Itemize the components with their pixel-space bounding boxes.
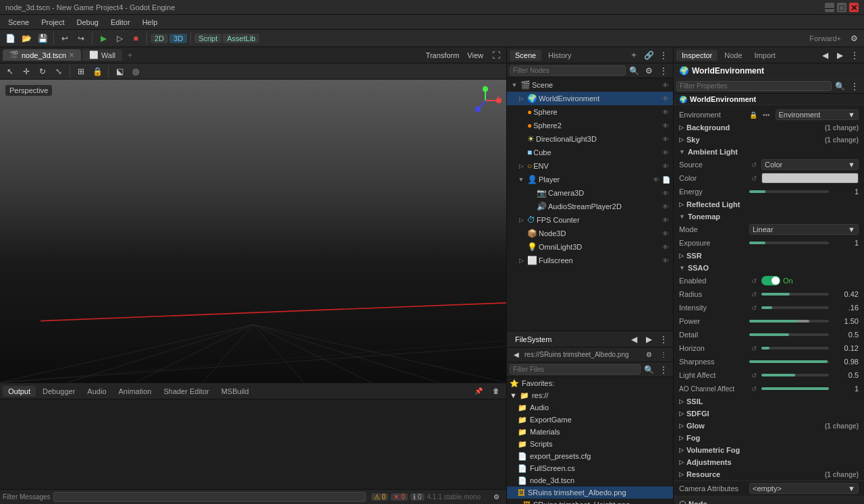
intensity-reset[interactable]: ↺ xyxy=(749,304,759,312)
section-vol-fog[interactable]: ▷ Volumetric Fog xyxy=(674,444,864,456)
tab-audio[interactable]: Audio xyxy=(82,386,111,397)
fs-item-audio[interactable]: 📁 Audio xyxy=(507,401,673,414)
fs-item-materials[interactable]: 📁 Materials xyxy=(507,426,673,438)
scene-filter-input[interactable] xyxy=(510,65,626,76)
color-value[interactable] xyxy=(761,173,859,184)
output-pin[interactable]: 📌 xyxy=(471,384,486,399)
tree-item-sphere2[interactable]: ● Sphere2 👁 xyxy=(507,119,673,132)
toolbar-stop[interactable]: ■ xyxy=(128,31,143,46)
toolbar-undo[interactable]: ↩ xyxy=(57,31,72,46)
inspector-filter-btn[interactable]: 🔍 xyxy=(833,80,846,93)
fs-item-scripts[interactable]: 📁 Scripts xyxy=(507,438,673,450)
menu-editor[interactable]: Editor xyxy=(105,17,136,28)
fs-filter-input[interactable] xyxy=(510,364,641,374)
viewport-toolbar-view[interactable]: View xyxy=(464,48,486,63)
section-resource[interactable]: ▷ Resource (1 change) xyxy=(674,468,864,480)
color-reset[interactable]: ↺ xyxy=(749,175,759,182)
tree-item-node3d[interactable]: 📦 Node3D 👁 xyxy=(507,227,673,240)
fs-item-export-presets[interactable]: 📄 export_presets.cfg xyxy=(507,450,673,462)
tree-item-player[interactable]: ▼ 👤 Player 👁 📄 xyxy=(507,173,673,186)
tab-node[interactable]: Node xyxy=(719,50,747,61)
scene-add-child[interactable]: 🔗 xyxy=(642,49,655,62)
sharpness-slider[interactable] xyxy=(749,360,829,363)
section-sdfgi[interactable]: ▷ SDFGI xyxy=(674,408,864,420)
inspector-filter-input[interactable] xyxy=(676,81,832,91)
intensity-slider[interactable] xyxy=(761,306,829,309)
tree-item-fullscreen[interactable]: ▷ ⬜ Fullscreen 👁 xyxy=(507,254,673,267)
radius-reset[interactable]: ↺ xyxy=(749,291,759,298)
tree-item-fps[interactable]: ▷ ⏱ FPS Counter 👁 xyxy=(507,213,673,227)
filter-messages-input[interactable] xyxy=(53,492,366,502)
toolbar-run-scene[interactable]: ▷ xyxy=(112,31,127,46)
viewport-move[interactable]: ✛ xyxy=(19,64,34,79)
scene-add-node[interactable]: ＋ xyxy=(627,49,641,62)
inspector-more[interactable]: ⋮ xyxy=(848,49,861,62)
fs-path-more[interactable]: ⚙ xyxy=(642,348,655,362)
viewport-scale[interactable]: ⤡ xyxy=(51,64,66,79)
scene-filter-extra[interactable]: ⚙ xyxy=(642,64,655,78)
menu-help[interactable]: Help xyxy=(137,17,163,28)
section-ssr[interactable]: ▷ SSR xyxy=(674,250,864,262)
tree-item-camera[interactable]: 📷 Camera3D 👁 xyxy=(507,186,673,200)
tab-animation[interactable]: Animation xyxy=(113,386,157,397)
viewport-rotate[interactable]: ↻ xyxy=(35,64,50,79)
menu-scene[interactable]: Scene xyxy=(3,17,34,28)
energy-slider[interactable] xyxy=(749,190,829,193)
inspector-back[interactable]: ◀ xyxy=(818,49,832,62)
tab-shader-editor[interactable]: Shader Editor xyxy=(158,386,214,397)
fs-item-res[interactable]: ▼ 📁 res:// xyxy=(507,389,673,401)
fs-item-export[interactable]: 📁 ExportGame xyxy=(507,414,673,426)
tab-msbuild[interactable]: MSBuild xyxy=(216,386,254,397)
inspector-filter-extra[interactable]: ⋮ xyxy=(848,80,861,93)
tree-item-omni[interactable]: 💡 OmniLight3D 👁 xyxy=(507,240,673,254)
fs-item-fullscreen-cs[interactable]: 📄 FullScreen.cs xyxy=(507,462,673,474)
close-button[interactable]: ✕ xyxy=(849,3,859,12)
camera-attrs-value[interactable]: <empty> ▼ xyxy=(749,483,859,494)
enabled-reset[interactable]: ↺ xyxy=(749,277,759,285)
tree-item-env[interactable]: ▷ ○ ENV 👁 xyxy=(507,159,673,173)
fs-item-albedo[interactable]: 🖼 SRuins trimsheet_Albedo.png xyxy=(507,486,673,499)
tree-item-scene[interactable]: ▼ 🎬 Scene 👁 xyxy=(507,78,673,92)
tree-item-audio[interactable]: 🔊 AudioStreamPlayer2D 👁 xyxy=(507,200,673,213)
tree-item-dirlight[interactable]: ☀ DirectionalLight3D 👁 xyxy=(507,132,673,146)
fs-filter-more[interactable]: ⋮ xyxy=(657,363,670,376)
tab-history[interactable]: History xyxy=(543,50,576,61)
detail-slider[interactable] xyxy=(749,333,829,336)
tab-import[interactable]: Import xyxy=(749,50,781,61)
menu-project[interactable]: Project xyxy=(36,17,70,28)
exposure-slider[interactable] xyxy=(749,242,829,244)
tab-add[interactable]: ＋ xyxy=(124,50,136,60)
inspector-forward[interactable]: ▶ xyxy=(833,49,846,62)
section-reflected[interactable]: ▷ Reflected Light xyxy=(674,198,864,211)
scene-filter-btn[interactable]: 🔍 xyxy=(627,64,641,78)
light-affect-slider[interactable] xyxy=(761,374,829,376)
source-reset[interactable]: ↺ xyxy=(749,161,759,169)
toolbar-open[interactable]: 📂 xyxy=(19,31,34,46)
section-background[interactable]: ▷ Background (1 change) xyxy=(674,121,864,134)
section-fog[interactable]: ▷ Fog xyxy=(674,432,864,444)
toolbar-2d[interactable]: 2D xyxy=(151,34,168,43)
scene-filter-more[interactable]: ⋮ xyxy=(657,64,670,78)
toolbar-run[interactable]: ▶ xyxy=(96,31,111,46)
fs-filter-btn[interactable]: 🔍 xyxy=(642,363,655,376)
viewport-lock[interactable]: 🔒 xyxy=(90,64,105,79)
tree-item-cube[interactable]: ■ Cube 👁 xyxy=(507,146,673,159)
light-affect-reset[interactable]: ↺ xyxy=(749,372,759,379)
tab-inspector[interactable]: Inspector xyxy=(676,50,718,61)
viewport-perspective-label[interactable]: Perspective xyxy=(5,85,52,96)
tab-node3d-close[interactable]: ✕ xyxy=(69,51,74,59)
toolbar-3d[interactable]: 3D xyxy=(169,34,187,43)
fs-back[interactable]: ◀ xyxy=(627,333,641,346)
viewport-local[interactable]: ⬕ xyxy=(112,64,127,79)
maximize-button[interactable]: □ xyxy=(837,3,846,12)
tree-item-sphere[interactable]: ● Sphere 👁 xyxy=(507,105,673,119)
tab-wall[interactable]: ⬜ Wall xyxy=(82,49,122,61)
mode-value[interactable]: Linear ▼ xyxy=(749,224,859,235)
viewport-snap[interactable]: ⊞ xyxy=(74,64,88,79)
tab-output[interactable]: Output xyxy=(3,386,36,397)
menu-debug[interactable]: Debug xyxy=(71,17,103,28)
fs-item-node3d-tscn[interactable]: 📄 node_3d.tscn xyxy=(507,474,673,486)
output-clear[interactable]: 🗑 xyxy=(489,384,504,399)
section-adjustments[interactable]: ▷ Adjustments xyxy=(674,456,864,468)
horizon-slider[interactable] xyxy=(761,347,829,349)
